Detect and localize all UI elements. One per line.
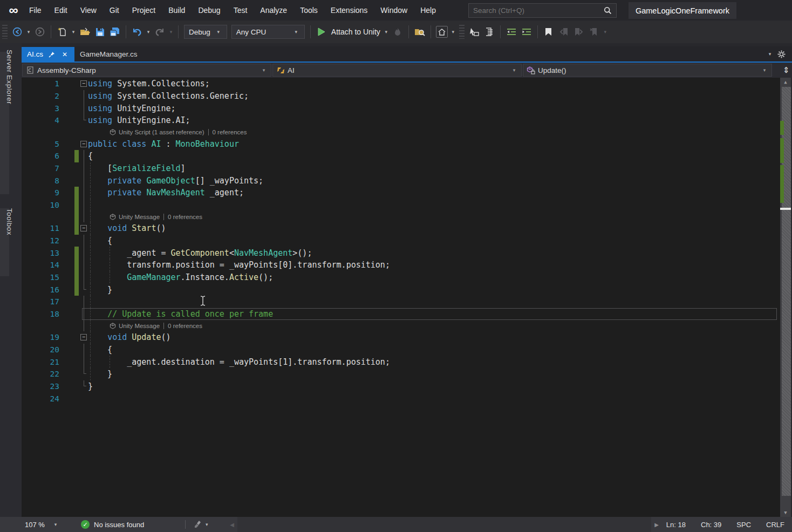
solution-platform-dropdown[interactable]: Any CPU▾ xyxy=(231,25,305,39)
menu-analyze[interactable]: Analyze xyxy=(254,0,293,21)
codelens-label[interactable]: Unity Script (1 asset reference) xyxy=(119,129,204,135)
codelens-row[interactable]: Unity Script (1 asset reference)0 refere… xyxy=(22,127,780,138)
decrease-indent-button[interactable] xyxy=(506,26,517,38)
toolbar-drag-handle[interactable] xyxy=(2,25,8,39)
menu-file[interactable]: File xyxy=(23,0,48,21)
menu-git[interactable]: Git xyxy=(103,0,126,21)
code-text[interactable]: } xyxy=(88,381,93,391)
horizontal-scrollbar[interactable] xyxy=(237,517,651,532)
code-text[interactable]: _agent.destination = _wayPoints[1].trans… xyxy=(88,357,390,367)
code-line-2[interactable]: 2using System.Collections.Generic; xyxy=(22,90,780,103)
navigate-forward-button[interactable] xyxy=(34,26,46,38)
close-icon[interactable]: ✕ xyxy=(60,50,69,59)
fold-margin[interactable] xyxy=(80,356,88,368)
fold-margin[interactable] xyxy=(80,114,88,127)
status-line-ending[interactable]: CRLF xyxy=(759,521,792,529)
code-cleanup-button[interactable]: ▾ xyxy=(191,517,214,532)
fold-margin[interactable]: − xyxy=(80,138,88,150)
fold-margin[interactable] xyxy=(80,380,88,393)
fold-margin[interactable] xyxy=(80,320,88,331)
tab-ai-cs[interactable]: AI.cs ✕ xyxy=(22,47,74,62)
vertical-scrollbar[interactable]: ▲ ▼ xyxy=(780,78,791,517)
collapse-region-icon[interactable]: − xyxy=(80,141,87,147)
menu-extensions[interactable]: Extensions xyxy=(324,0,374,21)
fold-margin[interactable] xyxy=(80,127,88,138)
redo-dropdown[interactable]: ▾ xyxy=(168,29,174,35)
undo-dropdown[interactable]: ▾ xyxy=(146,29,151,35)
codelens-label[interactable]: Unity Message xyxy=(119,323,160,329)
next-bookmark-button[interactable] xyxy=(573,26,585,38)
window-options-gear-icon[interactable] xyxy=(775,48,787,60)
codelens-indicator[interactable]: Unity Message0 references xyxy=(88,214,202,220)
code-text[interactable]: using UnityEngine; xyxy=(88,104,176,113)
code-line-1[interactable]: 1−using System.Collections; xyxy=(22,78,780,90)
fold-margin[interactable] xyxy=(80,392,88,405)
solution-explorer-home-button[interactable] xyxy=(436,26,448,38)
collapse-region-icon[interactable]: − xyxy=(80,334,87,340)
code-text[interactable]: using System.Collections; xyxy=(88,79,210,88)
fold-margin[interactable] xyxy=(80,247,88,259)
tab-list-dropdown[interactable]: ▾ xyxy=(767,51,773,57)
fold-margin[interactable]: − xyxy=(80,331,88,344)
start-debug-icon[interactable] xyxy=(316,26,327,38)
quick-search-box[interactable] xyxy=(468,3,617,18)
code-editor[interactable]: 1−using System.Collections;2using System… xyxy=(22,78,791,517)
status-column-number[interactable]: Ch: 39 xyxy=(693,521,729,529)
new-file-dropdown[interactable]: ▾ xyxy=(71,29,76,35)
save-all-button[interactable] xyxy=(109,26,121,38)
codelens-indicator[interactable]: Unity Message0 references xyxy=(88,323,202,329)
find-in-files-button[interactable] xyxy=(414,26,426,38)
menu-test[interactable]: Test xyxy=(227,0,254,21)
fold-margin[interactable] xyxy=(80,150,88,162)
split-editor-button[interactable]: ⇕ xyxy=(780,64,792,77)
fold-margin[interactable] xyxy=(80,271,88,284)
editor-zoom-dropdown[interactable]: 107 % ▾ xyxy=(22,517,63,532)
code-line-17[interactable]: 17 xyxy=(22,296,780,308)
codelens-row[interactable]: Unity Message0 references xyxy=(22,211,780,222)
fold-margin[interactable] xyxy=(80,211,88,222)
fold-margin[interactable] xyxy=(80,162,88,175)
fold-margin[interactable] xyxy=(80,259,88,271)
code-surface[interactable]: 1−using System.Collections;2using System… xyxy=(22,78,780,517)
type-dropdown[interactable]: AI ▾ xyxy=(272,64,522,77)
code-line-5[interactable]: 5−public class AI : MonoBehaviour xyxy=(22,138,780,150)
attach-to-unity-dropdown[interactable]: ▾ xyxy=(384,29,389,35)
toggle-bookmark-button[interactable] xyxy=(543,26,555,38)
code-line-11[interactable]: 11− void Start() xyxy=(22,222,780,235)
code-text[interactable]: GameManager.Instance.Active(); xyxy=(88,272,273,282)
code-text[interactable]: [SerializeField] xyxy=(88,163,186,173)
code-line-13[interactable]: 13 _agent = GetComponent<NavMeshAgent>()… xyxy=(22,247,780,259)
code-line-20[interactable]: 20 { xyxy=(22,344,780,356)
scroll-down-arrow[interactable]: ▼ xyxy=(780,508,791,517)
project-dropdown[interactable]: Assembly-CSharp ▾ xyxy=(22,64,271,77)
solution-configuration-dropdown[interactable]: Debug▾ xyxy=(184,25,227,39)
code-text[interactable]: } xyxy=(88,285,112,295)
fold-margin[interactable] xyxy=(80,174,88,187)
fold-margin[interactable] xyxy=(80,283,88,296)
code-text[interactable]: using UnityEngine.AI; xyxy=(88,115,190,125)
status-line-number[interactable]: Ln: 18 xyxy=(659,521,693,529)
toolbar-overflow-dropdown[interactable]: ▾ xyxy=(603,29,608,35)
hscroll-right-arrow[interactable]: ▶ xyxy=(654,522,659,528)
code-text[interactable]: { xyxy=(88,151,93,161)
status-insert-mode[interactable]: SPC xyxy=(729,521,759,529)
code-text[interactable]: // Update is called once per frame xyxy=(88,309,273,319)
codelens-row[interactable]: Unity Message0 references xyxy=(22,320,780,331)
fold-margin[interactable]: − xyxy=(80,222,88,235)
open-file-button[interactable] xyxy=(79,26,91,38)
document-health-indicator[interactable]: ✓ No issues found xyxy=(78,517,147,532)
menu-debug[interactable]: Debug xyxy=(192,0,227,21)
code-text[interactable]: { xyxy=(88,345,112,354)
search-icon[interactable] xyxy=(604,6,612,15)
fold-margin[interactable] xyxy=(80,187,88,199)
code-text[interactable]: public class AI : MonoBehaviour xyxy=(88,139,239,149)
toolbar-drag-handle[interactable] xyxy=(459,25,465,39)
code-text[interactable]: transform.position = _wayPoints[0].trans… xyxy=(88,260,390,270)
code-line-19[interactable]: 19− void Update() xyxy=(22,331,780,344)
tab-gamemanager-cs[interactable]: GameManager.cs xyxy=(74,47,143,62)
hscroll-left-arrow[interactable]: ◀ xyxy=(230,522,234,528)
code-line-18[interactable]: 18 // Update is called once per frame xyxy=(22,308,780,320)
scroll-up-arrow[interactable]: ▲ xyxy=(780,78,791,86)
menu-window[interactable]: Window xyxy=(374,0,414,21)
undo-button[interactable] xyxy=(131,26,143,38)
